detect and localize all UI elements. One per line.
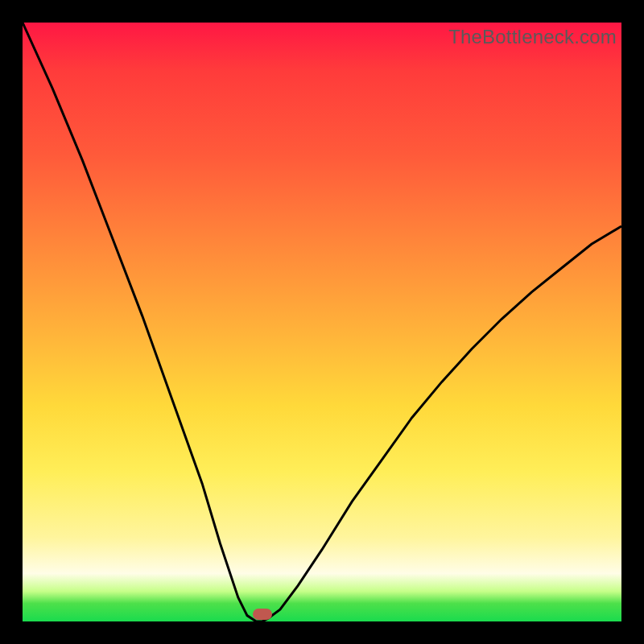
- plot-area: TheBottleneck.com: [23, 23, 621, 621]
- bottleneck-curve: [23, 23, 621, 621]
- minimum-marker: [253, 609, 272, 620]
- curve-path: [23, 23, 621, 621]
